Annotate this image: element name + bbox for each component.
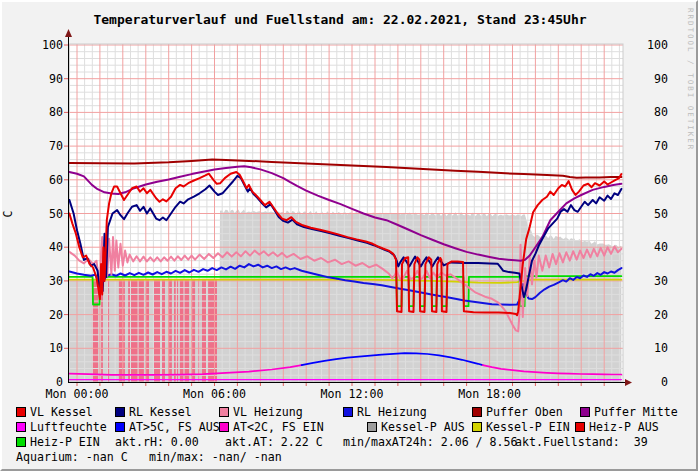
legend-swatch xyxy=(16,422,26,432)
legend-label: akt.rH: 0.00 xyxy=(115,435,199,449)
legend-swatch xyxy=(16,437,26,447)
legend-item: Puffer Oben xyxy=(472,406,563,418)
legend-item: RL Heizung xyxy=(343,406,427,418)
legend-label: Kessel-P AUS xyxy=(381,420,465,434)
y-tick-label-right: 50 xyxy=(654,207,668,221)
legend-label: Heiz-P EIN xyxy=(30,435,100,449)
y-tick-label-right: 40 xyxy=(654,240,668,254)
y-tick-label-left: 20 xyxy=(49,308,63,322)
y-tick-label-left: 70 xyxy=(49,139,63,153)
y-tick-label-right: 30 xyxy=(654,274,668,288)
legend-swatch xyxy=(16,407,26,417)
legend-label: akt.AT: 2.22 C xyxy=(225,435,323,449)
legend-item: Kessel-P AUS xyxy=(367,421,465,433)
legend-item: Heiz-P EIN xyxy=(16,436,100,448)
legend-label: Kessel-P EIN xyxy=(486,420,570,434)
legend-item: AT>5C, FS AUS xyxy=(115,421,220,433)
legend-label: RL Heizung xyxy=(357,405,427,419)
x-tick-label: Mon 00:00 xyxy=(46,387,109,401)
legend-item: VL Kessel xyxy=(16,406,93,418)
legend-swatch xyxy=(472,407,482,417)
y-tick-label-right: 60 xyxy=(654,173,668,187)
x-tick-label: Mon 18:00 xyxy=(458,387,521,401)
y-tick-label-left: 40 xyxy=(49,240,63,254)
legend-swatch xyxy=(472,422,482,432)
legend-swatch xyxy=(343,407,353,417)
y-tick-label-left: 100 xyxy=(42,38,63,52)
legend-item: Aquarium: -nan C xyxy=(16,451,128,463)
rrd-graph-window: Temperaturverlauf und Fuellstand am: 22.… xyxy=(0,0,698,471)
legend-label: RL Kessel xyxy=(129,405,192,419)
y-tick-label-left: 10 xyxy=(49,341,63,355)
legend-label: VL Heizung xyxy=(233,405,303,419)
y-tick-label-right: 20 xyxy=(654,308,668,322)
legend-item: min/max: -nan/ -nan xyxy=(149,451,282,463)
legend-swatch xyxy=(115,422,125,432)
x-tick-label: Mon 06:00 xyxy=(183,387,246,401)
legend-swatch xyxy=(580,407,590,417)
legend-swatch xyxy=(115,407,125,417)
legend-swatch xyxy=(575,422,585,432)
plot-canvas: 0010102020303040405050606070708080909010… xyxy=(2,2,698,471)
legend-label: AT>5C, FS AUS xyxy=(129,420,220,434)
legend-label: Puffer Mitte xyxy=(594,405,678,419)
legend-label: Heiz-P AUS xyxy=(589,420,659,434)
legend-label: AT<2C, FS EIN xyxy=(233,420,324,434)
legend-item: akt.Fuellstand: 39 xyxy=(515,436,648,448)
y-tick-label-right: 80 xyxy=(654,105,668,119)
legend-label: Luftfeuchte xyxy=(30,420,107,434)
y-tick-label-left: 60 xyxy=(49,173,63,187)
legend-swatch xyxy=(219,407,229,417)
legend-label: Aquarium: -nan C xyxy=(16,450,128,464)
legend-label: akt.Fuellstand: 39 xyxy=(515,435,648,449)
y-tick-label-right: 10 xyxy=(654,341,668,355)
y-tick-label-right: 70 xyxy=(654,139,668,153)
y-tick-label-left: 80 xyxy=(49,105,63,119)
legend-label: Puffer Oben xyxy=(486,405,563,419)
y-tick-label-left: 90 xyxy=(49,72,63,86)
legend-swatch xyxy=(367,422,377,432)
legend-item: RL Kessel xyxy=(115,406,192,418)
y-tick-label-right: 100 xyxy=(647,38,668,52)
legend-label: min/max: -nan/ -nan xyxy=(149,450,282,464)
legend-item: AT<2C, FS EIN xyxy=(219,421,324,433)
legend-item: akt.AT: 2.22 C xyxy=(225,436,323,448)
legend-item: Luftfeuchte xyxy=(16,421,107,433)
y-tick-label-left: 30 xyxy=(49,274,63,288)
rrdtool-watermark: RRDTOOL / TOBI OETIKER xyxy=(686,8,695,151)
legend-item: VL Heizung xyxy=(219,406,303,418)
y-tick-label-right: 90 xyxy=(654,72,668,86)
legend-item: akt.rH: 0.00 xyxy=(115,436,199,448)
legend-label: min/maxAT24h: 2.06 / 8.56 xyxy=(343,435,518,449)
legend-label: VL Kessel xyxy=(30,405,93,419)
x-tick-label: Mon 12:00 xyxy=(321,387,384,401)
legend-item: min/maxAT24h: 2.06 / 8.56 xyxy=(343,436,518,448)
legend-item: Heiz-P AUS xyxy=(575,421,659,433)
y-tick-label-left: 50 xyxy=(49,207,63,221)
legend-swatch xyxy=(219,422,229,432)
legend-item: Puffer Mitte xyxy=(580,406,678,418)
y-tick-label-right: 0 xyxy=(661,375,668,389)
legend-item: Kessel-P EIN xyxy=(472,421,570,433)
